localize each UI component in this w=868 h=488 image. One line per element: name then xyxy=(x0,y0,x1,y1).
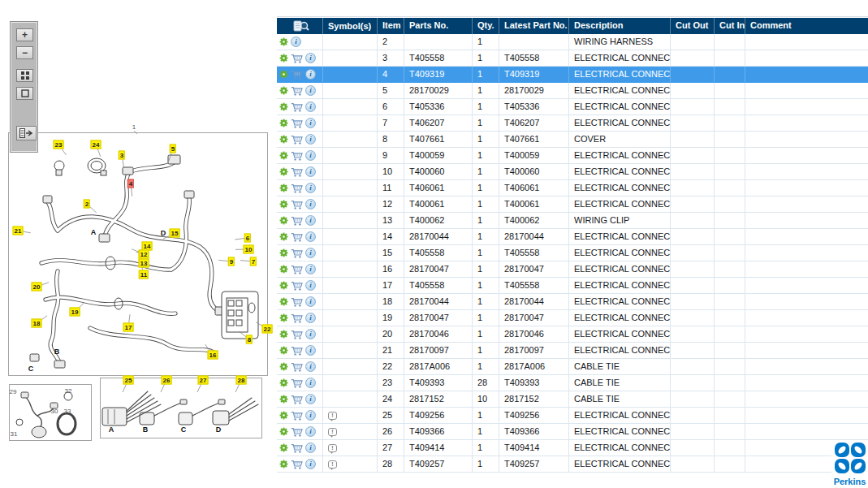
info-icon[interactable]: i xyxy=(305,361,316,372)
table-row[interactable]: i4T4093191T409319ELECTRICAL CONNECTO xyxy=(277,67,868,83)
info-icon[interactable]: i xyxy=(305,313,316,323)
info-icon[interactable]: i xyxy=(305,329,316,339)
cart-icon[interactable] xyxy=(291,297,303,307)
gear-icon[interactable] xyxy=(279,54,288,63)
info-icon[interactable]: i xyxy=(305,199,316,209)
gear-icon[interactable] xyxy=(279,70,288,79)
table-row[interactable]: i242817152102817152CABLE TIE xyxy=(277,391,868,408)
table-row[interactable]: i11T4060611T406061ELECTRICAL CONNECTO xyxy=(277,180,868,196)
info-icon[interactable]: i xyxy=(305,85,316,96)
info-icon[interactable]: i xyxy=(305,410,316,421)
table-row[interactable]: i17T4055581T405558ELECTRICAL CONNECTO xyxy=(277,278,868,294)
part-callout-13[interactable]: 13 xyxy=(139,259,149,268)
part-callout-5[interactable]: 5 xyxy=(170,145,176,153)
cart-icon[interactable] xyxy=(291,460,303,469)
part-callout-22[interactable]: 22 xyxy=(262,325,273,334)
part-callout-2[interactable]: 2 xyxy=(84,200,90,209)
part-callout-6[interactable]: 6 xyxy=(244,234,251,243)
gear-icon[interactable] xyxy=(279,119,288,127)
table-row[interactable]: i1828170044128170044ELECTRICAL CONNECTO xyxy=(277,294,868,310)
cart-icon[interactable] xyxy=(291,443,303,453)
part-callout-28[interactable]: 28 xyxy=(236,376,247,385)
cart-icon[interactable] xyxy=(291,184,303,193)
gear-icon[interactable] xyxy=(279,395,288,404)
cart-icon[interactable] xyxy=(291,86,303,96)
info-icon[interactable]: i xyxy=(305,264,316,274)
part-callout-12[interactable]: 12 xyxy=(139,250,149,259)
gear-icon[interactable] xyxy=(279,362,288,371)
zoom-out-button[interactable]: − xyxy=(16,46,33,59)
part-callout-3[interactable]: 3 xyxy=(119,151,125,160)
table-row[interactable]: i!28T4092571T409257ELECTRICAL CONNECTO xyxy=(277,456,868,473)
cart-icon[interactable] xyxy=(291,427,303,437)
info-icon[interactable]: i xyxy=(305,53,316,63)
gear-icon[interactable] xyxy=(279,232,288,241)
part-callout-27[interactable]: 27 xyxy=(198,376,209,385)
part-callout-25[interactable]: 25 xyxy=(123,376,134,385)
table-row[interactable]: i7T4062071T406207ELECTRICAL CONNECTO xyxy=(277,115,868,132)
info-icon[interactable]: i xyxy=(305,215,316,226)
zoom-in-button[interactable]: + xyxy=(16,28,33,41)
gear-icon[interactable] xyxy=(279,248,288,257)
table-row[interactable]: i1428170044128170044ELECTRICAL CONNECTO xyxy=(277,229,868,245)
part-callout-24[interactable]: 24 xyxy=(91,140,101,149)
table-row[interactable]: i2128170097128170097ELECTRICAL CONNECTO xyxy=(277,343,868,359)
cart-icon[interactable] xyxy=(291,151,303,161)
table-row[interactable]: i8T4076611T407661COVER xyxy=(277,132,868,148)
gear-icon[interactable] xyxy=(279,184,288,192)
gear-icon[interactable] xyxy=(279,265,288,274)
info-icon[interactable]: i xyxy=(305,183,316,193)
table-row[interactable]: i9T4000591T400059ELECTRICAL CONNECTO xyxy=(277,148,868,164)
gear-icon[interactable] xyxy=(279,346,288,355)
part-callout-20[interactable]: 20 xyxy=(32,283,42,292)
gear-icon[interactable] xyxy=(279,443,288,452)
gear-icon[interactable] xyxy=(279,313,288,322)
cart-icon[interactable] xyxy=(291,135,303,145)
fit-view-button[interactable] xyxy=(16,87,33,100)
part-callout-17[interactable]: 17 xyxy=(123,323,134,332)
part-callout-15[interactable]: 15 xyxy=(170,229,180,238)
table-row[interactable]: i12T4000611T400061ELECTRICAL CONNECTO xyxy=(277,196,868,213)
table-row[interactable]: i3T4055581T405558ELECTRICAL CONNECTO xyxy=(277,50,868,67)
gear-icon[interactable] xyxy=(279,460,288,469)
cart-icon[interactable] xyxy=(291,216,303,226)
table-row[interactable]: i!27T4094141T409414ELECTRICAL CONNECTO xyxy=(277,440,868,456)
cart-icon[interactable] xyxy=(291,378,303,388)
info-icon[interactable]: i xyxy=(305,248,316,258)
info-icon[interactable]: i xyxy=(305,118,316,128)
info-icon[interactable]: i xyxy=(305,296,316,307)
table-row[interactable]: i1628170047128170047ELECTRICAL CONNECTO xyxy=(277,261,868,278)
part-callout-18[interactable]: 18 xyxy=(32,319,42,328)
part-callout-4[interactable]: 4 xyxy=(127,179,134,188)
gear-icon[interactable] xyxy=(279,216,288,225)
gear-icon[interactable] xyxy=(279,330,288,339)
part-callout-16[interactable]: 16 xyxy=(208,351,218,360)
info-icon[interactable]: i xyxy=(305,426,316,437)
gear-icon[interactable] xyxy=(279,86,288,95)
gear-icon[interactable] xyxy=(279,378,288,387)
cart-icon[interactable] xyxy=(291,411,303,421)
cart-icon[interactable] xyxy=(291,346,303,356)
part-callout-8[interactable]: 8 xyxy=(246,335,253,344)
gear-icon[interactable] xyxy=(279,167,288,176)
gear-icon[interactable] xyxy=(279,411,288,420)
cart-icon[interactable] xyxy=(291,330,303,339)
cart-icon[interactable] xyxy=(291,70,303,80)
gear-icon[interactable] xyxy=(279,102,288,111)
info-icon[interactable]: i xyxy=(305,378,316,388)
cart-icon[interactable] xyxy=(291,395,303,404)
info-icon[interactable]: i xyxy=(305,394,316,404)
gear-icon[interactable] xyxy=(279,297,288,306)
info-icon[interactable]: i xyxy=(305,101,316,112)
table-row[interactable]: i10T4000601T400060ELECTRICAL CONNECTO xyxy=(277,164,868,180)
info-icon[interactable]: i xyxy=(305,150,316,161)
info-icon[interactable]: i xyxy=(305,134,316,145)
part-callout-23[interactable]: 23 xyxy=(54,140,64,149)
gear-icon[interactable] xyxy=(279,37,288,46)
table-row[interactable]: i222817A00612817A006CABLE TIE xyxy=(277,359,868,375)
table-row[interactable]: i15T4055581T405558ELECTRICAL CONNECTO xyxy=(277,245,868,261)
table-row[interactable]: i6T4053361T405336ELECTRICAL CONNECTO xyxy=(277,99,868,115)
cart-icon[interactable] xyxy=(291,102,303,112)
table-row[interactable]: i1928170047128170047ELECTRICAL CONNECTO xyxy=(277,310,868,326)
info-icon[interactable]: i xyxy=(291,37,301,47)
